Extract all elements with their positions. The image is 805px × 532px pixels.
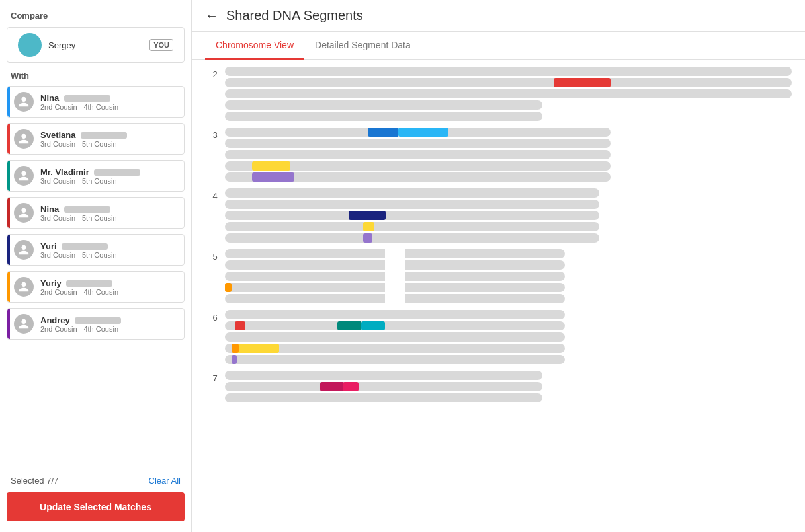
tabs: Chromosome View Detailed Segment Data [192,32,805,60]
chr-7-number: 7 [205,371,225,383]
chr-5-track-1 [225,249,565,258]
chr-3-track-3 [225,150,611,159]
chr-4-track-4 [225,222,599,231]
chr-7-track-1 [225,371,542,380]
chromosome-5-row: 5 [205,249,792,303]
chr-4-track-2 [225,200,599,209]
match-info-2: Svetlana 3rd Cousin - 5th Cousin [40,130,177,148]
chr-6-track-5 [225,355,565,364]
chr-2-number: 2 [205,67,225,79]
match-item-5[interactable]: Yuri 3rd Cousin - 5th Cousin [7,234,185,266]
chr-6-segment-purple [232,355,237,364]
match-info-5: Yuri 3rd Cousin - 5th Cousin [40,241,177,259]
chr-2-segment-1 [554,78,611,87]
match-info-1: Nina 2nd Cousin - 4th Cousin [40,93,177,111]
chr-5-track-3 [225,272,565,281]
match-relation-1: 2nd Cousin - 4th Cousin [40,103,177,111]
you-badge: YOU [149,39,173,51]
match-avatar-2 [14,129,34,149]
chr-7-segment-magenta [343,382,359,391]
chr-7-segment-crimson [320,382,343,391]
chr-2-tracks [225,67,792,121]
chr-7-track-3 [225,393,542,402]
match-relation-6: 2nd Cousin - 4th Cousin [40,288,177,296]
match-name-4: Nina [40,204,177,214]
chr-3-segment-blue2 [398,128,448,137]
back-arrow-icon[interactable]: ← [205,8,218,23]
match-avatar-4 [14,203,34,223]
match-relation-5: 3rd Cousin - 5th Cousin [40,251,177,259]
chr-5-number: 5 [205,249,225,262]
chr-4-segment-yellow [363,222,374,231]
match-item-7[interactable]: Andrey 2nd Cousin - 4th Cousin [7,308,185,340]
chr-6-track-3 [225,332,565,342]
chr-7-tracks [225,371,792,402]
clear-all-button[interactable]: Clear All [149,476,181,486]
match-avatar-5 [14,240,34,260]
chr-3-track-4 [225,161,611,171]
chr-6-track-4 [225,344,565,353]
match-name-5: Yuri [40,241,177,251]
match-avatar-6 [14,277,34,297]
chr-6-segment-teal2 [361,321,385,330]
chr-6-segment-teal1 [337,321,361,330]
right-header: ← Shared DNA Segments [192,0,805,32]
user-avatar [18,33,42,57]
match-relation-2: 3rd Cousin - 5th Cousin [40,140,177,148]
chromosome-3-row: 3 [205,128,792,182]
chr-2-track-5 [225,112,542,121]
chr-7-track-2 [225,382,542,391]
match-item-2[interactable]: Svetlana 3rd Cousin - 5th Cousin [7,123,185,155]
chr-3-track-1 [225,128,611,137]
match-name-6: Yuriy [40,278,177,288]
tab-chromosome-view[interactable]: Chromosome View [205,32,304,60]
chr-4-segment-lavender [363,233,372,243]
right-panel: ← Shared DNA Segments Chromosome View De… [192,0,805,532]
chr-6-segment-orange2 [232,344,238,353]
chr-2-track-3 [225,89,792,98]
chr-3-segment-yellow [252,161,290,171]
chr-6-segment-red [235,321,245,330]
match-item-6[interactable]: Yuriy 2nd Cousin - 4th Cousin [7,271,185,303]
match-item-1[interactable]: Nina 2nd Cousin - 4th Cousin [7,86,185,118]
match-avatar-1 [14,92,34,112]
chr-3-track-5 [225,172,611,182]
match-relation-4: 3rd Cousin - 5th Cousin [40,214,177,222]
chromosome-2-row: 2 [205,67,792,121]
chr-2-track-1 [225,67,792,76]
chr-3-track-2 [225,139,611,148]
chr-6-segment-yellow [235,344,279,353]
chr-2-track-4 [225,100,542,110]
chr-4-number: 4 [205,188,225,201]
match-relation-7: 2nd Cousin - 4th Cousin [40,325,177,333]
selected-count: Selected 7/7 [11,476,58,486]
left-panel: Compare Sergey YOU With Nina 2nd Cousin … [0,0,192,532]
match-info-6: Yuriy 2nd Cousin - 4th Cousin [40,278,177,296]
chromosome-6-row: 6 [205,310,792,364]
match-item-3[interactable]: Mr. Vladimir 3rd Cousin - 5th Cousin [7,160,185,192]
user-name: Sergey [48,40,149,50]
chr-3-segment-blue1 [368,128,399,137]
chr-4-tracks [225,188,792,243]
match-name-3: Mr. Vladimir [40,167,177,177]
chr-5-segment-orange [225,283,232,292]
chr-5-track-5 [225,294,565,303]
match-avatar-7 [14,314,34,334]
match-avatar-3 [14,166,34,186]
match-info-4: Nina 3rd Cousin - 5th Cousin [40,204,177,222]
chr-4-segment-navy [349,211,386,220]
chr-4-track-3 [225,211,599,220]
chromosome-7-row: 7 [205,371,792,402]
match-name-2: Svetlana [40,130,177,140]
match-item-4[interactable]: Nina 3rd Cousin - 5th Cousin [7,197,185,229]
chr-3-tracks [225,128,792,182]
user-row: Sergey YOU [7,27,185,63]
chromosome-view: 2 3 [192,60,805,532]
chr-5-tracks [225,249,792,303]
update-selected-button[interactable]: Update Selected Matches [7,492,185,521]
page-title: Shared DNA Segments [226,8,363,23]
chr-3-segment-purple [252,172,294,182]
tab-detailed-segment[interactable]: Detailed Segment Data [304,32,421,60]
compare-label: Compare [0,11,191,27]
chromosome-4-row: 4 [205,188,792,243]
